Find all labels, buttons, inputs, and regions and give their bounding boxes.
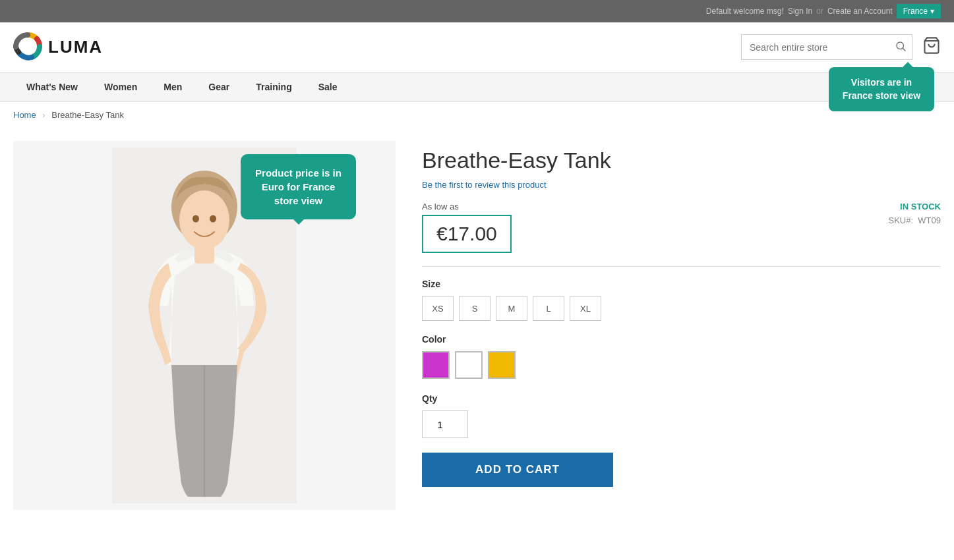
svg-point-10 xyxy=(210,215,216,223)
color-options xyxy=(422,351,941,379)
add-to-cart-button[interactable]: Add to Cart xyxy=(422,453,613,487)
top-bar: Default welcome msg! Sign In or Create a… xyxy=(0,0,954,22)
product-container: Product price is in Euro for France stor… xyxy=(0,128,954,536)
visitors-tooltip: Visitors are in France store view xyxy=(829,67,934,111)
nav-item-men: Men xyxy=(150,72,195,101)
nav-link-men[interactable]: Men xyxy=(150,72,195,101)
welcome-msg: Default welcome msg! xyxy=(706,7,784,16)
header: LUMA Visitors are in France store view xyxy=(0,22,954,72)
cart-icon xyxy=(922,36,941,55)
size-options: XS S M L XL xyxy=(422,296,941,321)
search-box xyxy=(741,34,912,60)
in-stock-badge: IN STOCK xyxy=(889,202,941,211)
nav-link-training[interactable]: Training xyxy=(243,72,305,101)
color-label: Color xyxy=(422,334,941,345)
luma-logo-icon xyxy=(13,32,43,62)
breadcrumb: Home › Breathe-Easy Tank xyxy=(0,102,954,128)
size-l[interactable]: L xyxy=(533,296,564,321)
product-info: Breathe-Easy Tank Be the first to review… xyxy=(422,141,941,510)
color-swatch-purple[interactable] xyxy=(422,351,450,379)
france-store-button[interactable]: France ▾ xyxy=(897,4,941,18)
svg-point-1 xyxy=(897,42,904,49)
qty-section: Qty xyxy=(422,393,941,438)
nav-item-training: Training xyxy=(243,72,305,101)
svg-line-2 xyxy=(903,48,905,51)
nav-link-women[interactable]: Women xyxy=(91,72,150,101)
size-xs[interactable]: XS xyxy=(422,296,454,321)
sku: SKU#: WT09 xyxy=(889,215,941,225)
color-section: Color xyxy=(422,334,941,379)
nav-link-sale[interactable]: Sale xyxy=(305,72,351,101)
breadcrumb-home[interactable]: Home xyxy=(13,110,36,120)
search-input[interactable] xyxy=(742,37,889,58)
search-icon xyxy=(895,40,907,52)
nav-link-whats-new[interactable]: What's New xyxy=(13,72,91,101)
nav-link-gear[interactable]: Gear xyxy=(195,72,243,101)
svg-point-9 xyxy=(193,215,199,223)
create-account-link[interactable]: Create an Account xyxy=(827,7,893,16)
svg-rect-7 xyxy=(194,245,214,264)
color-swatch-white[interactable] xyxy=(455,351,483,379)
logo-text: LUMA xyxy=(48,37,103,57)
price-section: As low as €17.00 IN STOCK SKU#: WT09 xyxy=(422,202,941,253)
divider xyxy=(422,266,941,267)
qty-input[interactable] xyxy=(422,410,468,438)
price-box: €17.00 xyxy=(422,215,512,253)
price-tooltip: Product price is in Euro for France stor… xyxy=(241,154,356,219)
as-low-as: As low as xyxy=(422,202,512,211)
qty-label: Qty xyxy=(422,393,941,404)
color-swatch-yellow[interactable] xyxy=(488,351,516,379)
size-s[interactable]: S xyxy=(459,296,491,321)
price-value: €17.00 xyxy=(436,223,497,244)
nav-item-gear: Gear xyxy=(195,72,243,101)
or-separator: or xyxy=(816,7,823,16)
product-image-area: Product price is in Euro for France stor… xyxy=(13,141,396,510)
review-link[interactable]: Be the first to review this product xyxy=(422,180,941,190)
product-title: Breathe-Easy Tank xyxy=(422,148,941,173)
size-xl[interactable]: XL xyxy=(570,296,601,321)
size-m[interactable]: M xyxy=(496,296,527,321)
breadcrumb-current: Breathe-Easy Tank xyxy=(51,110,124,120)
cart-button[interactable] xyxy=(922,36,941,59)
nav-item-sale: Sale xyxy=(305,72,351,101)
price-left: As low as €17.00 xyxy=(422,202,512,253)
nav-item-whats-new: What's New xyxy=(13,72,91,101)
stock-sku: IN STOCK SKU#: WT09 xyxy=(889,202,941,225)
header-right: Visitors are in France store view xyxy=(741,34,941,60)
svg-point-6 xyxy=(179,190,229,250)
size-label: Size xyxy=(422,279,941,289)
size-section: Size XS S M L XL xyxy=(422,279,941,321)
nav-item-women: Women xyxy=(91,72,150,101)
breadcrumb-separator: › xyxy=(42,110,45,120)
logo-link[interactable]: LUMA xyxy=(13,32,103,62)
signin-link[interactable]: Sign In xyxy=(788,7,812,16)
main-nav: What's New Women Men Gear Training Sale xyxy=(0,72,954,102)
